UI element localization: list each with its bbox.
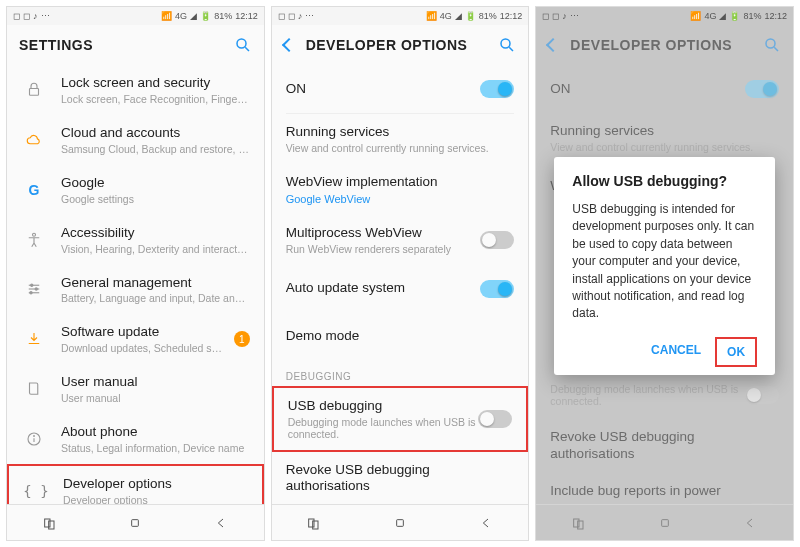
svg-point-12 [34, 436, 35, 437]
google-icon: G [21, 177, 47, 203]
row-user-manual[interactable]: User manualUser manual [7, 364, 264, 414]
sliders-icon [21, 276, 47, 302]
row-auto-update[interactable]: Auto update system [272, 265, 529, 313]
info-icon [21, 426, 47, 452]
settings-list: Lock screen and securityLock screen, Fac… [7, 65, 264, 504]
back-icon[interactable] [282, 38, 296, 52]
accessibility-icon [21, 227, 47, 253]
row-google[interactable]: G GoogleGoogle settings [7, 165, 264, 215]
braces-icon: { } [23, 478, 49, 504]
section-debugging: DEBUGGING [272, 361, 529, 386]
dialog-overlay: Allow USB debugging? USB debugging is in… [536, 7, 793, 540]
search-icon[interactable] [234, 36, 252, 54]
row-usb-debugging[interactable]: USB debuggingDebugging mode launches whe… [272, 386, 529, 452]
search-icon[interactable] [498, 36, 516, 54]
row-multiprocess-webview[interactable]: Multiprocess WebViewRun WebView renderer… [272, 215, 529, 265]
cloud-icon [21, 127, 47, 153]
page-title: SETTINGS [19, 37, 234, 53]
svg-point-0 [237, 39, 246, 48]
row-revoke-auth[interactable]: Revoke USB debugging authorisations [272, 452, 529, 505]
status-bar: ◻◻♪⋯ 📶4G◢🔋81%12:12 [7, 7, 264, 25]
row-general[interactable]: General managementBattery, Language and … [7, 265, 264, 315]
svg-rect-20 [397, 519, 404, 526]
row-master-toggle[interactable]: ON [272, 65, 529, 113]
ok-button[interactable]: OK [715, 337, 757, 367]
svg-rect-14 [48, 521, 53, 529]
toggle-off[interactable] [480, 231, 514, 249]
status-bar: ◻◻♪⋯ 📶4G◢🔋81%12:12 [272, 7, 529, 25]
row-software-update[interactable]: Software updateDownload updates, Schedul… [7, 314, 264, 364]
download-icon [21, 326, 47, 352]
svg-rect-13 [44, 519, 49, 527]
settings-screen: ◻◻♪⋯ 📶4G◢🔋81%12:12 SETTINGS Lock screen … [6, 6, 265, 541]
svg-point-7 [31, 285, 33, 287]
row-lock-screen[interactable]: Lock screen and securityLock screen, Fac… [7, 65, 264, 115]
nav-bar [7, 504, 264, 540]
svg-point-9 [30, 292, 32, 294]
row-about-phone[interactable]: About phoneStatus, Legal information, De… [7, 414, 264, 464]
svg-rect-2 [30, 88, 39, 95]
row-running-services[interactable]: Running servicesView and control current… [272, 114, 529, 164]
dialog-body: USB debugging is intended for developmen… [572, 201, 757, 323]
devopts-list: ON Running servicesView and control curr… [272, 65, 529, 504]
row-webview-impl[interactable]: WebView implementationGoogle WebView [272, 164, 529, 215]
usb-debugging-dialog-screen: ◻◻♪⋯ 📶4G◢🔋81%12:12 DEVELOPER OPTIONS ON … [535, 6, 794, 541]
settings-header: SETTINGS [7, 25, 264, 65]
svg-point-8 [35, 288, 37, 290]
svg-rect-19 [313, 521, 318, 529]
recents-icon[interactable] [41, 514, 59, 532]
svg-rect-18 [309, 519, 314, 527]
home-icon[interactable] [126, 514, 144, 532]
usb-debugging-dialog: Allow USB debugging? USB debugging is in… [554, 157, 775, 375]
back-nav-icon[interactable] [212, 514, 230, 532]
row-accessibility[interactable]: AccessibilityVision, Hearing, Dexterity … [7, 215, 264, 265]
page-title: DEVELOPER OPTIONS [306, 37, 499, 53]
svg-rect-15 [132, 519, 139, 526]
devopts-header: DEVELOPER OPTIONS [272, 25, 529, 65]
recents-icon[interactable] [305, 514, 323, 532]
back-nav-icon[interactable] [477, 514, 495, 532]
toggle-on[interactable] [480, 280, 514, 298]
nav-bar [272, 504, 529, 540]
cancel-button[interactable]: CANCEL [641, 337, 711, 367]
row-cloud[interactable]: Cloud and accountsSamsung Cloud, Backup … [7, 115, 264, 165]
row-demo-mode[interactable]: Demo mode [272, 313, 529, 361]
dialog-title: Allow USB debugging? [572, 173, 757, 189]
home-icon[interactable] [391, 514, 409, 532]
book-icon [21, 376, 47, 402]
svg-point-16 [501, 39, 510, 48]
lock-icon [21, 77, 47, 103]
developer-options-screen: ◻◻♪⋯ 📶4G◢🔋81%12:12 DEVELOPER OPTIONS ON … [271, 6, 530, 541]
toggle-off[interactable] [478, 410, 512, 428]
update-badge: 1 [234, 331, 250, 347]
row-developer-options[interactable]: { } Developer optionsDeveloper options [7, 464, 264, 504]
svg-line-17 [510, 47, 514, 51]
svg-point-3 [33, 233, 36, 236]
toggle-on[interactable] [480, 80, 514, 98]
svg-line-1 [245, 47, 249, 51]
